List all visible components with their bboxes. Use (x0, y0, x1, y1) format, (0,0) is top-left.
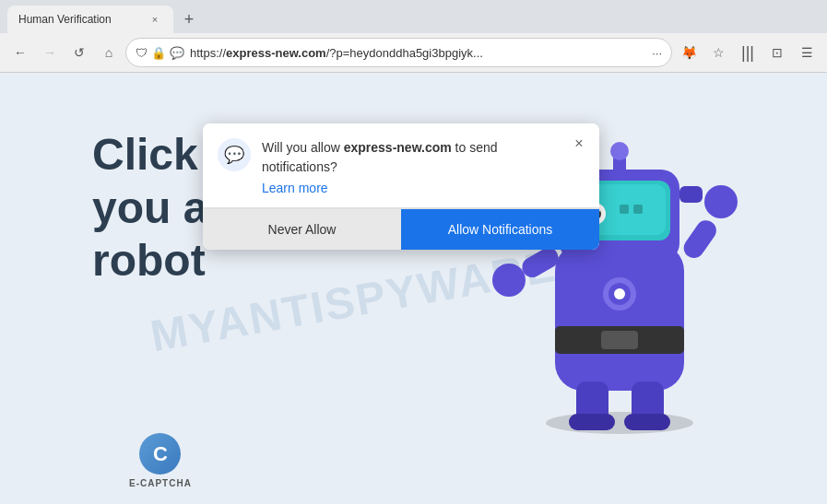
more-address-icon[interactable]: ··· (652, 46, 662, 60)
svg-rect-11 (633, 205, 643, 214)
home-button[interactable]: ⌂ (96, 40, 122, 65)
never-allow-button[interactable]: Never Allow (203, 209, 401, 250)
popup-buttons: Never Allow Allow Notifications (203, 208, 599, 250)
library-icon[interactable]: ||| (735, 40, 761, 65)
address-text: https://express-new.com/?p=heydonddha5gi… (190, 46, 646, 60)
svg-rect-10 (620, 205, 629, 214)
notification-popup: 💬 Will you allow express-new.com to send… (203, 123, 599, 250)
address-security-icons: 🛡 🔒 💬 (136, 46, 184, 60)
svg-rect-1 (555, 243, 684, 391)
menu-button[interactable]: ☰ (794, 40, 820, 65)
svg-rect-15 (679, 186, 703, 203)
tab-close-button[interactable]: × (148, 12, 162, 27)
active-tab[interactable]: Human Verification × (7, 6, 173, 33)
popup-message-pre: Will you allow (262, 140, 344, 155)
svg-rect-23 (624, 414, 670, 430)
container-icon[interactable]: 🦊 (676, 40, 702, 65)
popup-close-button[interactable]: × (568, 133, 590, 155)
nav-right-icons: 🦊 ☆ ||| ⊡ ☰ (676, 40, 820, 65)
popup-message: Will you allow express-new.com to send n… (262, 138, 562, 177)
tab-title: Human Verification (18, 13, 142, 26)
chat-icon: 💬 (170, 46, 184, 60)
allow-notifications-button[interactable]: Allow Notifications (401, 209, 599, 250)
captcha-icon: C (139, 433, 181, 475)
svg-point-26 (614, 288, 625, 299)
nav-bar: ← → ↺ ⌂ 🛡 🔒 💬 https://express-new.com/?p… (0, 33, 827, 72)
tab-bar: Human Verification × + (0, 0, 827, 33)
page-content: MYANTISPYWARE.COM Click Allow if you are… (0, 73, 827, 504)
svg-rect-18 (679, 217, 720, 262)
reload-button[interactable]: ↺ (66, 40, 92, 65)
svg-rect-22 (569, 414, 615, 430)
shield-icon: 🛡 (136, 46, 148, 60)
popup-header: 💬 Will you allow express-new.com to send… (203, 123, 599, 207)
svg-point-0 (546, 412, 693, 434)
captcha-label: E-CAPTCHA (129, 478, 192, 488)
new-tab-button[interactable]: + (177, 7, 201, 31)
learn-more-link[interactable]: Learn more (262, 181, 328, 195)
popup-message-icon: 💬 (218, 138, 251, 171)
back-button[interactable]: ← (7, 40, 33, 65)
popup-text-area: Will you allow express-new.com to send n… (262, 138, 562, 196)
address-path: /?p=heydonddha5gi3bpgiyk... (326, 46, 483, 60)
svg-rect-3 (601, 331, 638, 349)
popup-site-name: express-new.com (344, 140, 452, 155)
forward-button[interactable]: → (37, 40, 63, 65)
svg-point-19 (704, 185, 738, 218)
address-bar[interactable]: 🛡 🔒 💬 https://express-new.com/?p=heydond… (125, 38, 672, 67)
svg-point-13 (610, 142, 629, 160)
svg-point-17 (492, 264, 526, 297)
bookmark-icon[interactable]: ☆ (705, 40, 731, 65)
sync-icon[interactable]: ⊡ (764, 40, 790, 65)
address-prefix: https:// (190, 46, 226, 60)
browser-chrome: Human Verification × + ← → ↺ ⌂ 🛡 🔒 💬 htt… (0, 0, 827, 73)
address-domain: express-new.com (226, 46, 326, 60)
captcha-logo: C E-CAPTCHA (129, 433, 192, 488)
lock-icon: 🔒 (151, 46, 166, 60)
